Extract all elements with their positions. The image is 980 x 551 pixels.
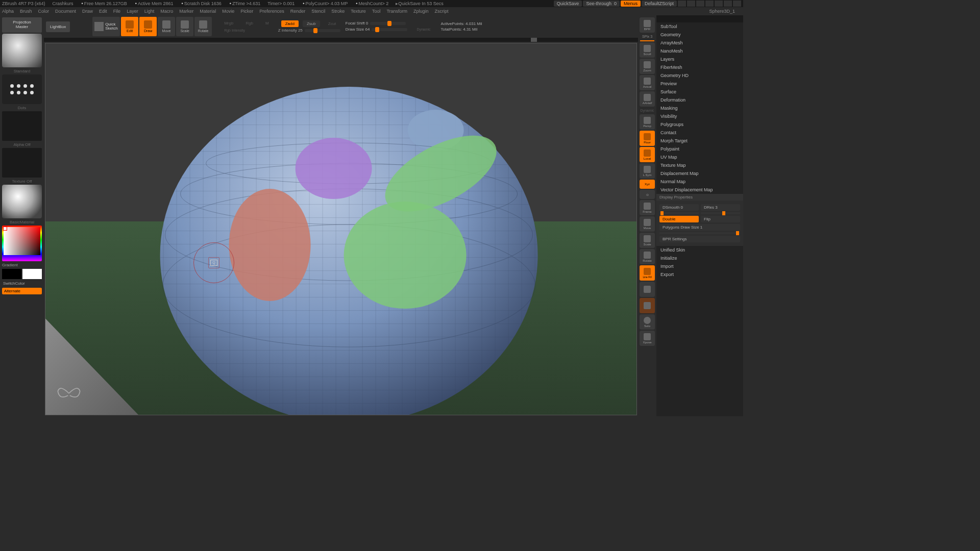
rotate-button[interactable]: Rotate xyxy=(194,17,212,36)
texture-thumbnail[interactable] xyxy=(2,148,42,178)
spix-label[interactable]: SPix 3 xyxy=(638,34,656,39)
material-thumbnail[interactable] xyxy=(2,185,42,218)
titlebar-icon-2[interactable] xyxy=(687,1,695,7)
timeline[interactable] xyxy=(44,38,638,42)
color-picker[interactable] xyxy=(2,226,42,261)
section-polygroups[interactable]: Polygroups xyxy=(656,120,743,129)
section-geometry[interactable]: Geometry xyxy=(656,31,743,39)
section-morphtarget[interactable]: Morph Target xyxy=(656,137,743,145)
scroll-button[interactable]: Scroll xyxy=(640,42,655,58)
section-subtool[interactable]: SubTool xyxy=(656,22,743,31)
projection-master-button[interactable]: Projection Master xyxy=(2,17,42,33)
center-button[interactable]: ⊙ xyxy=(640,190,655,199)
section-fibermesh[interactable]: FiberMesh xyxy=(656,63,743,71)
zadd-button[interactable]: Zadd xyxy=(281,20,299,27)
section-texturemap[interactable]: Texture Map xyxy=(656,161,743,169)
draw-button[interactable]: Draw xyxy=(139,17,157,36)
m-button[interactable]: M xyxy=(261,20,273,27)
mrgb-button[interactable]: Mrgb xyxy=(220,20,237,27)
menu-picker[interactable]: Picker xyxy=(240,9,253,14)
menu-preferences[interactable]: Preferences xyxy=(259,9,284,14)
bpr-button[interactable]: BPR xyxy=(640,17,655,33)
close-button[interactable] xyxy=(733,1,741,7)
menu-document[interactable]: Document xyxy=(55,9,76,14)
menu-macro[interactable]: Macro xyxy=(160,9,173,14)
dres-field[interactable]: DRes 3 xyxy=(701,204,740,211)
menu-transform[interactable]: Transform xyxy=(386,9,407,14)
nav-scale-button[interactable]: Scale xyxy=(640,233,655,248)
switch-color-button[interactable]: SwitchColor xyxy=(2,280,42,287)
menu-zscript[interactable]: Zscript xyxy=(435,9,449,14)
draw-poly-button[interactable] xyxy=(640,282,655,297)
zoom-button[interactable]: Zoom xyxy=(640,59,655,74)
section-export[interactable]: Export xyxy=(656,270,743,279)
menu-render[interactable]: Render xyxy=(290,9,306,14)
zsub-button[interactable]: Zsub xyxy=(303,20,320,27)
dsmooth-slider[interactable] xyxy=(659,212,699,214)
polygons-slider[interactable] xyxy=(659,232,740,234)
menu-material[interactable]: Material xyxy=(200,9,216,14)
gradient-label[interactable]: Gradient xyxy=(2,262,42,268)
scale-button[interactable]: Scale xyxy=(176,17,193,36)
section-initialize[interactable]: Initialize xyxy=(656,254,743,262)
section-layers[interactable]: Layers xyxy=(656,55,743,63)
z-intensity-slider[interactable] xyxy=(305,29,340,32)
menu-marker[interactable]: Marker xyxy=(179,9,193,14)
xyz-button[interactable]: Xyz xyxy=(640,180,655,189)
frame-button[interactable]: Frame xyxy=(640,200,655,215)
menu-edit[interactable]: Edit xyxy=(99,9,107,14)
section-uvmap[interactable]: UV Map xyxy=(656,153,743,161)
section-displacement[interactable]: Displacement Map xyxy=(656,169,743,178)
lightbox-button[interactable]: LightBox xyxy=(46,21,70,32)
alternate-button[interactable]: Alternate xyxy=(2,288,42,294)
focal-shift-slider[interactable] xyxy=(370,22,406,25)
polygons-draw-size[interactable]: Polygons Draw Size 1 xyxy=(659,224,740,231)
nav-move-button[interactable]: Move xyxy=(640,216,655,232)
maximize-button[interactable] xyxy=(724,1,732,7)
menu-file[interactable]: File xyxy=(113,9,121,14)
section-surface[interactable]: Surface xyxy=(656,88,743,96)
menu-alpha[interactable]: Alpha xyxy=(2,9,14,14)
aahalf-button[interactable]: AAHalf xyxy=(640,91,655,107)
linefill-button[interactable]: Line Fill xyxy=(640,265,655,281)
menu-draw[interactable]: Draw xyxy=(82,9,93,14)
menu-movie[interactable]: Movie xyxy=(222,9,234,14)
persp-button[interactable]: Persp xyxy=(640,114,655,130)
actual-button[interactable]: Actual xyxy=(640,75,655,90)
titlebar-icon-1[interactable] xyxy=(678,1,686,7)
minimize-button[interactable] xyxy=(715,1,723,7)
section-geometryhd[interactable]: Geometry HD xyxy=(656,71,743,80)
xpose-button[interactable]: Xpose xyxy=(640,331,655,346)
menu-color[interactable]: Color xyxy=(38,9,50,14)
menu-tool[interactable]: Tool xyxy=(372,9,381,14)
section-normalmap[interactable]: Normal Map xyxy=(656,178,743,186)
rgb-button[interactable]: Rgb xyxy=(241,20,257,27)
titlebar-icon-4[interactable] xyxy=(705,1,714,7)
dsmooth-field[interactable]: DSmooth 0 xyxy=(659,204,699,211)
dynamic-label[interactable]: Dynamic xyxy=(412,27,434,32)
menu-layer[interactable]: Layer xyxy=(127,9,138,14)
viewport[interactable]: Q xyxy=(45,43,637,415)
menu-stroke[interactable]: Stroke xyxy=(331,9,345,14)
move-button[interactable]: Move xyxy=(158,17,175,36)
lsym-button[interactable]: L.Sym xyxy=(640,163,655,179)
section-unifiedskin[interactable]: Unified Skin xyxy=(656,246,743,254)
floor-button[interactable]: Floor xyxy=(640,131,655,146)
section-arraymesh[interactable]: ArrayMesh xyxy=(656,39,743,47)
double-button[interactable]: Double xyxy=(659,216,699,222)
section-deformation[interactable]: Deformation xyxy=(656,96,743,104)
bpr-settings[interactable]: BPR Settings xyxy=(659,236,740,242)
seethrough-slider[interactable]: See-through 0 xyxy=(583,1,620,7)
local-button[interactable]: Local xyxy=(640,147,655,162)
stroke-thumbnail[interactable] xyxy=(2,74,42,104)
menu-zplugin[interactable]: Zplugin xyxy=(413,9,429,14)
section-import[interactable]: Import xyxy=(656,262,743,270)
edit-button[interactable]: Edit xyxy=(121,17,138,36)
menu-stencil[interactable]: Stencil xyxy=(311,9,325,14)
nav-extra-button[interactable] xyxy=(640,298,655,313)
titlebar-icon-3[interactable] xyxy=(696,1,704,7)
default-script[interactable]: DefaultZScript xyxy=(642,1,677,7)
color-swatches[interactable] xyxy=(2,269,42,279)
section-display-properties[interactable]: Display Properties xyxy=(656,194,743,201)
section-masking[interactable]: Masking xyxy=(656,104,743,112)
